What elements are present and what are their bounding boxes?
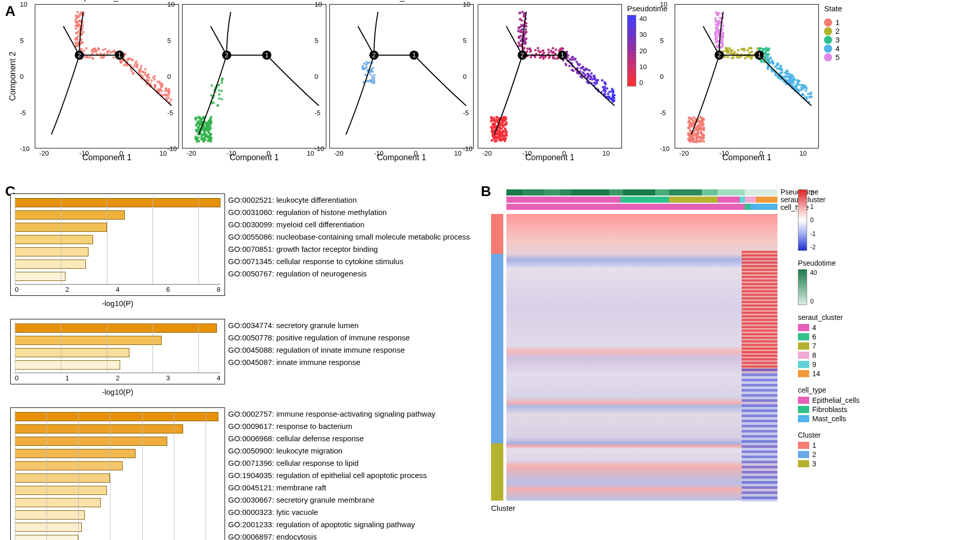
svg-point-89 (78, 13, 81, 16)
legend-label: 2 (812, 450, 816, 459)
x-tick: 0 (760, 149, 763, 157)
svg-point-436 (218, 97, 220, 100)
svg-point-823 (590, 76, 593, 79)
svg-text:2: 2 (521, 52, 524, 59)
go-bar (15, 323, 217, 333)
go-bar (15, 486, 107, 495)
svg-point-1319 (796, 79, 798, 81)
svg-point-1317 (804, 84, 806, 87)
go-term-label: GO:0006968: cellular defense response (228, 433, 435, 444)
go-term-label: GO:0002521: leukocyte differentiation (228, 195, 470, 206)
svg-point-881 (576, 62, 579, 65)
svg-point-690 (525, 37, 527, 40)
svg-point-1424 (721, 39, 724, 41)
svg-point-52 (165, 88, 167, 91)
x-axis-label: Component 1 (525, 153, 574, 162)
legend-swatch (798, 442, 809, 449)
svg-point-253 (119, 60, 122, 62)
go-bar-row (15, 411, 220, 422)
go-bar (15, 424, 183, 434)
svg-point-99 (140, 65, 143, 68)
annot-segment (571, 189, 609, 196)
y-tick: -10 (20, 145, 30, 153)
go-term-label: GO:0071396: cellular response to lipid (228, 458, 435, 469)
svg-point-760 (539, 51, 541, 53)
pseudotime-colorbar-b (798, 269, 807, 305)
legend-item: 3 (798, 460, 951, 468)
svg-point-814 (542, 57, 545, 60)
svg-point-624 (492, 129, 495, 132)
svg-point-644 (493, 137, 495, 140)
y-tick: -5 (660, 109, 666, 117)
bar-x-tick: 2 (65, 286, 69, 293)
legend-swatch (798, 415, 809, 422)
legend-swatch (824, 18, 832, 27)
svg-point-1176 (759, 47, 762, 50)
svg-point-885 (603, 89, 606, 91)
svg-point-389 (205, 122, 208, 124)
legend-label: Fibroblasts (812, 405, 847, 414)
svg-point-245 (159, 80, 161, 83)
svg-point-1426 (721, 33, 723, 36)
bar-x-label: -log10(P) (10, 299, 225, 308)
svg-point-632 (502, 129, 504, 132)
bar-x-tick: 6 (166, 286, 170, 293)
svg-point-867 (519, 12, 522, 14)
svg-point-1297 (781, 68, 783, 71)
bar-x-tick: 4 (217, 374, 220, 382)
svg-point-1123 (731, 57, 733, 59)
annot-segment (718, 189, 745, 196)
go-bar (15, 210, 125, 220)
legend-tick: 40 (810, 269, 817, 276)
svg-point-1073 (697, 133, 700, 135)
svg-point-404 (205, 128, 207, 131)
svg-point-754 (526, 48, 529, 50)
svg-point-435 (218, 83, 220, 86)
svg-point-718 (606, 87, 608, 90)
svg-point-157 (89, 56, 92, 58)
svg-point-1286 (766, 57, 769, 59)
svg-point-362 (197, 136, 200, 139)
pseudotime-colorbar (627, 15, 636, 87)
trajectory-celltype-plot: Epithelial_cells1 2Component 1-20-10010-… (35, 4, 179, 148)
go-term-label: GO:0006897: endocytosis (228, 531, 435, 540)
svg-point-211 (161, 90, 163, 92)
go-bar (15, 437, 167, 446)
svg-point-233 (133, 64, 136, 67)
svg-point-351 (196, 123, 198, 125)
legend-label: 1 (812, 441, 816, 449)
svg-point-876 (572, 56, 574, 58)
svg-point-1098 (747, 49, 749, 52)
svg-point-1291 (810, 93, 812, 96)
svg-point-1440 (717, 21, 720, 24)
svg-point-422 (210, 127, 212, 130)
go-term-label: GO:2001233: regulation of apoptotic sign… (228, 519, 435, 530)
legend-item: 3 (824, 35, 842, 44)
svg-point-895 (542, 49, 544, 52)
y-tick: -5 (20, 109, 26, 117)
cluster-segment (491, 443, 503, 501)
svg-point-1338 (786, 73, 788, 76)
y-tick: 5 (20, 37, 24, 45)
legend-tick: -1 (810, 230, 816, 237)
svg-point-228 (75, 17, 78, 19)
svg-point-889 (590, 72, 593, 75)
svg-point-1292 (779, 65, 782, 68)
svg-point-627 (490, 117, 493, 120)
svg-point-915 (582, 66, 585, 68)
svg-point-1056 (691, 122, 694, 125)
svg-point-815 (552, 47, 554, 50)
bar-x-axis: 02468 (15, 284, 220, 293)
pseudotime-legend-b: Pseudotime 40 0 (798, 259, 951, 305)
cluster-axis-label: Cluster (491, 504, 516, 509)
x-tick: 0 (414, 149, 417, 157)
svg-point-776 (565, 63, 567, 66)
annot-segment (506, 197, 620, 203)
svg-point-313 (198, 140, 201, 143)
x-tick: 10 (454, 149, 461, 157)
svg-point-654 (495, 116, 498, 118)
svg-point-44 (102, 49, 104, 51)
go-term-label: GO:0045121: membrane raft (228, 482, 435, 493)
legend-label: 4 (812, 323, 816, 332)
state-legend-title: State (824, 4, 842, 13)
